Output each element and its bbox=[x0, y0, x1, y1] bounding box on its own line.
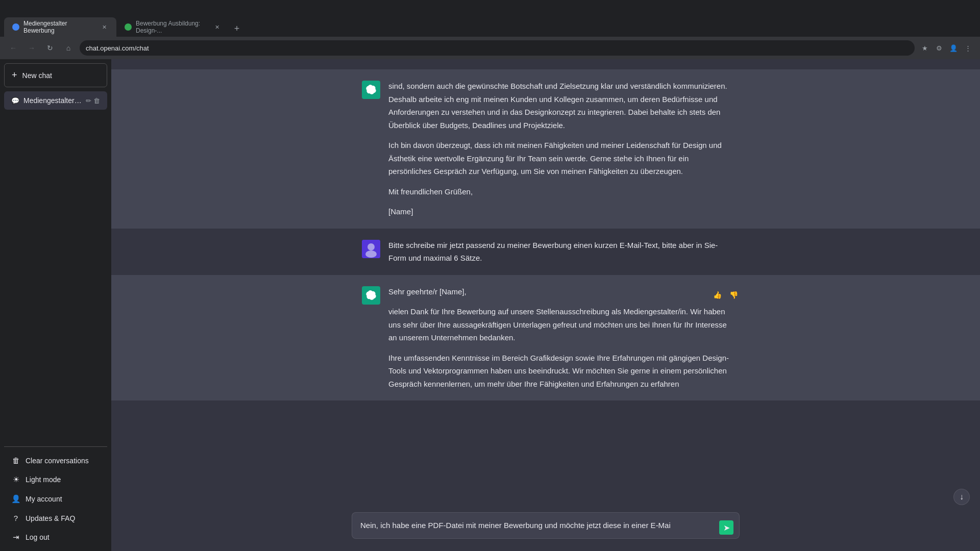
chat-item-actions: ✏ 🗑 bbox=[86, 97, 100, 105]
clear-conversations-label: Clear conversations bbox=[26, 457, 89, 465]
my-account-label: My account bbox=[26, 495, 62, 503]
main-content: sind, sondern auch die gewünschte Botsch… bbox=[111, 59, 980, 551]
ai-avatar-2 bbox=[362, 286, 380, 305]
updates-faq-button[interactable]: ? Updates & FAQ bbox=[4, 509, 107, 528]
logout-label: Log out bbox=[26, 533, 50, 541]
new-chat-label: New chat bbox=[22, 71, 52, 80]
reload-button[interactable]: ↻ bbox=[43, 41, 57, 55]
extension-icon[interactable]: ⚙ bbox=[933, 42, 945, 54]
tab-bar: Mediengestalter Bewerbung ✕ Bewerbung Au… bbox=[4, 0, 245, 37]
logout-button[interactable]: ⇥ Log out bbox=[4, 528, 107, 547]
tab-favicon-2 bbox=[125, 23, 132, 31]
svg-point-2 bbox=[365, 251, 377, 258]
menu-icon[interactable]: ⋮ bbox=[962, 42, 974, 54]
message-actions-2: 👍 👎 bbox=[711, 289, 740, 302]
tab-label-2: Bewerbung Ausbildung: Design-... bbox=[136, 20, 210, 34]
tab-bewerbung[interactable]: Bewerbung Ausbildung: Design-... ✕ bbox=[116, 17, 229, 37]
message-inner-2: Bitte schreibe mir jetzt passend zu mein… bbox=[352, 239, 740, 265]
delete-icon[interactable]: 🗑 bbox=[93, 97, 100, 105]
chat-messages: sind, sondern auch die gewünschte Botsch… bbox=[111, 59, 980, 504]
back-button[interactable]: ← bbox=[6, 41, 20, 55]
edit-icon[interactable]: ✏ bbox=[86, 97, 91, 105]
profile-icon[interactable]: 👤 bbox=[947, 42, 960, 54]
ai-msg1-p2: Ich bin davon überzeugt, dass ich mit me… bbox=[388, 139, 729, 178]
sun-icon: ☀ bbox=[11, 475, 20, 484]
tab-close-1[interactable]: ✕ bbox=[101, 23, 108, 31]
url-text: chat.openai.com/chat bbox=[86, 44, 149, 52]
light-mode-button[interactable]: ☀ Light mode bbox=[4, 470, 107, 489]
tab-close-2[interactable]: ✕ bbox=[214, 23, 220, 31]
chat-bubble-icon: 💬 bbox=[11, 97, 19, 105]
chat-item-label: Mediengestalter Bewer bbox=[23, 96, 82, 105]
user-msg1-text: Bitte schreibe mir jetzt passend zu mein… bbox=[388, 239, 729, 265]
ai-msg1-p1: sind, sondern auch die gewünschte Botsch… bbox=[388, 80, 729, 132]
nav-right-icons: ★ ⚙ 👤 ⋮ bbox=[919, 42, 974, 54]
tab-mediengestalter[interactable]: Mediengestalter Bewerbung ✕ bbox=[4, 17, 116, 37]
ai-msg2-p3: Ihre umfassenden Kenntnisse im Bereich G… bbox=[388, 352, 729, 391]
sidebar-bottom: 🗑 Clear conversations ☀ Light mode 👤 My … bbox=[4, 446, 107, 547]
home-button[interactable]: ⌂ bbox=[61, 41, 76, 55]
chat-input[interactable] bbox=[352, 512, 740, 539]
browser-chrome: Mediengestalter Bewerbung ✕ Bewerbung Au… bbox=[0, 0, 980, 37]
ai-msg1-p4: [Name] bbox=[388, 205, 729, 218]
message-inner-3: 👍 👎 Sehr geehrte/r [Name], vielen Dank f… bbox=[352, 285, 740, 391]
ai-message-2-content: 👍 👎 Sehr geehrte/r [Name], vielen Dank f… bbox=[388, 285, 729, 391]
svg-point-1 bbox=[368, 243, 375, 251]
ai-avatar-1 bbox=[362, 81, 380, 99]
logout-icon: ⇥ bbox=[11, 533, 20, 542]
account-icon: 👤 bbox=[11, 494, 20, 504]
question-icon: ? bbox=[11, 514, 20, 522]
user-message-1: Bitte schreibe mir jetzt passend zu mein… bbox=[111, 229, 980, 275]
user-message-1-content: Bitte schreibe mir jetzt passend zu mein… bbox=[388, 239, 729, 265]
ai-msg2-p2: vielen Dank für Ihre Bewerbung auf unser… bbox=[388, 305, 729, 344]
input-area: ➤ bbox=[111, 504, 980, 552]
ai-msg1-p3: Mit freundlichen Grüßen, bbox=[388, 185, 729, 198]
plus-icon: + bbox=[12, 70, 17, 81]
app-layout: + New chat 💬 Mediengestalter Bewer ✏ 🗑 🗑… bbox=[0, 59, 980, 551]
ai-message-2: 👍 👎 Sehr geehrte/r [Name], vielen Dank f… bbox=[111, 275, 980, 401]
send-button[interactable]: ➤ bbox=[719, 520, 733, 535]
new-tab-button[interactable]: + bbox=[229, 20, 245, 37]
light-mode-label: Light mode bbox=[26, 475, 61, 484]
navigation-bar: ← → ↻ ⌂ chat.openai.com/chat ★ ⚙ 👤 ⋮ bbox=[0, 37, 980, 59]
sidebar: + New chat 💬 Mediengestalter Bewer ✏ 🗑 🗑… bbox=[0, 59, 111, 551]
ai-message-1: sind, sondern auch die gewünschte Botsch… bbox=[111, 69, 980, 229]
ai-message-1-content: sind, sondern auch die gewünschte Botsch… bbox=[388, 80, 729, 218]
scroll-down-button[interactable]: ↓ bbox=[953, 489, 970, 505]
my-account-button[interactable]: 👤 My account bbox=[4, 489, 107, 509]
message-inner-1: sind, sondern auch die gewünschte Botsch… bbox=[352, 80, 740, 218]
user-avatar bbox=[362, 240, 380, 258]
clear-conversations-button[interactable]: 🗑 Clear conversations bbox=[4, 451, 107, 470]
chat-history: 💬 Mediengestalter Bewer ✏ 🗑 bbox=[4, 91, 107, 446]
address-bar[interactable]: chat.openai.com/chat bbox=[80, 40, 915, 56]
updates-faq-label: Updates & FAQ bbox=[26, 514, 75, 522]
trash-icon: 🗑 bbox=[11, 456, 20, 465]
forward-button[interactable]: → bbox=[24, 41, 39, 55]
thumbs-down-button[interactable]: 👎 bbox=[727, 289, 740, 302]
ai-msg2-p1: Sehr geehrte/r [Name], bbox=[388, 285, 729, 298]
chat-item-mediengestalter[interactable]: 💬 Mediengestalter Bewer ✏ 🗑 bbox=[4, 91, 107, 110]
thumbs-up-button[interactable]: 👍 bbox=[711, 289, 723, 302]
main-wrapper: sind, sondern auch die gewünschte Botsch… bbox=[111, 59, 980, 551]
tab-label-1: Mediengestalter Bewerbung bbox=[23, 20, 96, 34]
new-chat-button[interactable]: + New chat bbox=[4, 63, 107, 87]
bookmark-icon[interactable]: ★ bbox=[919, 42, 931, 54]
input-container: ➤ bbox=[352, 512, 740, 541]
tab-favicon-1 bbox=[12, 23, 19, 31]
